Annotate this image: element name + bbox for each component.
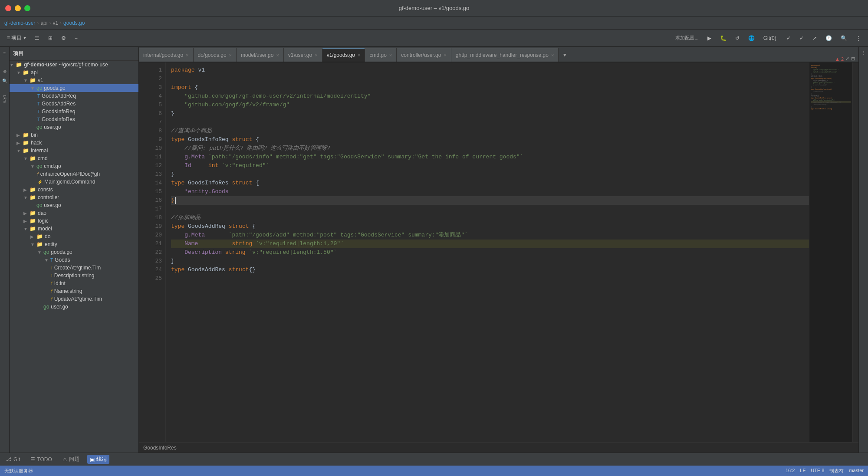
arrow-button[interactable]: ↗ <box>809 34 820 43</box>
tree-item-v1[interactable]: ▼ 📁 v1 <box>10 76 138 84</box>
tree-item-goods-struct[interactable]: ▼ T Goods <box>10 256 138 264</box>
tree-item-entity[interactable]: ▼ 📁 entity <box>10 240 138 248</box>
tree-item-id[interactable]: f Id:int <box>10 279 138 287</box>
collapse-icon[interactable]: ⊟ <box>851 56 855 62</box>
check1-button[interactable]: ✓ <box>783 34 794 43</box>
sidebar-icon-2[interactable]: ⊕ <box>0 67 9 76</box>
reload-button[interactable]: ↺ <box>732 34 743 43</box>
git-button[interactable]: Git(0): <box>760 34 781 43</box>
tab-do-goods[interactable]: do/goods.go × <box>194 48 237 62</box>
tab-internal-goods[interactable]: internal/goods.go × <box>139 48 194 62</box>
tree-item-dao[interactable]: ▶ 📁 dao <box>10 209 138 217</box>
tab-close-v1goods[interactable]: × <box>358 53 360 58</box>
tab-close-ghttp[interactable]: × <box>551 53 554 58</box>
tab-close-v1user[interactable]: × <box>315 53 317 58</box>
run-button[interactable]: ▶ <box>704 34 715 43</box>
tab-todo[interactable]: ☰ TODO <box>28 456 54 463</box>
tree-item-enhance[interactable]: f cnhanceOpenAPIDoc(*gh <box>10 170 138 178</box>
warning-indicator: ▲ 2 <box>835 56 844 62</box>
tree-item-api[interactable]: ▼ 📁 api <box>10 69 138 76</box>
add-config-button[interactable]: 添加配置... <box>672 33 702 43</box>
maximize-button[interactable] <box>24 5 30 11</box>
sidebar-icon-1[interactable]: ≡ <box>0 49 9 57</box>
tab-close-cmd[interactable]: × <box>389 53 392 58</box>
tab-model-user[interactable]: model/user.go × <box>237 48 284 62</box>
git-icon: ⎇ <box>6 456 12 462</box>
tree-item-goodsinforeq[interactable]: T GoodsInfoReq <box>10 108 138 115</box>
tree-item-cmd-go[interactable]: ▼ go cmd.go <box>10 162 138 170</box>
tab-controller-user[interactable]: controller/user.go × <box>397 48 451 62</box>
sidebar-icon-4[interactable]: Bkm <box>0 95 9 103</box>
tabs-bar: internal/goods.go × do/goods.go × model/… <box>139 47 858 62</box>
tab-close-internal[interactable]: × <box>186 53 188 58</box>
tree-item-hack[interactable]: ▶ 📁 hack <box>10 139 138 147</box>
git-branch[interactable]: master <box>849 468 864 474</box>
tree-item-internal[interactable]: ▼ 📁 internal <box>10 147 138 154</box>
tree-item-root[interactable]: ▼ 📁 gf-demo-user ~/go/src/gf-demo-use <box>10 61 138 69</box>
tree-item-goodsaddres[interactable]: T GoodsAddRes <box>10 100 138 108</box>
breadcrumb-item-api[interactable]: api <box>40 20 47 26</box>
tree-view-button[interactable]: ⊞ <box>45 34 56 43</box>
tree-item-createat[interactable]: f CreateAt:*gtime.Tim <box>10 264 138 272</box>
code-editor[interactable]: package v1 import { "github.com/gogf/gf-… <box>166 62 809 442</box>
clock-button[interactable]: 🕐 <box>822 34 835 43</box>
tab-close-do[interactable]: × <box>229 53 232 58</box>
tree-item-bin[interactable]: ▶ 📁 bin <box>10 131 138 139</box>
debug-button[interactable]: 🐛 <box>717 34 730 43</box>
tab-ghttp[interactable]: ghttp_middleware_handler_response.go × <box>451 48 559 62</box>
code-line-20: g.Meta `path:"/goods/add" method:"post" … <box>171 231 809 240</box>
browse-button[interactable]: 🌐 <box>745 34 758 43</box>
editor-content[interactable]: 12345 678910 1112131415 1617181920 21222… <box>139 62 858 442</box>
tree-item-model[interactable]: ▼ 📁 model <box>10 225 138 233</box>
file-tree-body[interactable]: ▼ 📁 gf-demo-user ~/go/src/gf-demo-use ▼ … <box>10 61 138 453</box>
tab-git[interactable]: ⎇ Git <box>3 456 23 463</box>
tree-item-consts[interactable]: ▶ 📁 consts <box>10 186 138 194</box>
code-line-7 <box>171 118 809 127</box>
tree-item-description[interactable]: f Description:string <box>10 272 138 279</box>
close-button[interactable] <box>5 5 11 11</box>
tabs-overflow-button[interactable]: ▾ <box>559 48 571 62</box>
tree-item-goodsinfores[interactable]: T GoodsInfoRes <box>10 115 138 123</box>
tree-item-logic[interactable]: ▶ 📁 logic <box>10 217 138 225</box>
tree-item-entity-goods[interactable]: ▼ go goods.go <box>10 248 138 256</box>
tab-close-model[interactable]: × <box>276 53 279 58</box>
tree-item-do[interactable]: ▶ 📁 do <box>10 233 138 240</box>
search-button[interactable]: 🔍 <box>837 34 851 43</box>
tree-item-updateat[interactable]: f UpdateAt:*gtime.Tim <box>10 295 138 303</box>
tree-item-controller[interactable]: ▼ 📁 controller <box>10 194 138 201</box>
settings-button[interactable]: ⚙ <box>58 34 69 43</box>
tab-v1-user[interactable]: v1\user.go × <box>284 48 322 62</box>
check2-button[interactable]: ✓ <box>796 34 807 43</box>
cursor-position[interactable]: 16:2 <box>786 468 795 474</box>
collapse-button[interactable]: − <box>71 34 81 43</box>
right-icon-1[interactable]: ⋮ <box>860 49 868 57</box>
tab-problems[interactable]: ⚠ 问题 <box>60 455 82 464</box>
tree-item-controller-user[interactable]: ▶ go user.go <box>10 201 138 209</box>
code-line-23: } <box>171 257 809 266</box>
tree-item-goods-go[interactable]: ▼ go goods.go <box>10 84 138 92</box>
code-line-24: type GoodsAddRes struct{} <box>171 266 809 274</box>
tab-terminal[interactable]: ▣ 线端 <box>87 455 109 464</box>
tab-cmd[interactable]: cmd.go × <box>365 48 397 62</box>
list-view-button[interactable]: ☰ <box>31 34 43 43</box>
minimize-button[interactable] <box>15 5 21 11</box>
expand-icon[interactable]: ⤢ <box>845 56 849 62</box>
tree-item-entity-user[interactable]: ▶ go user.go <box>10 303 138 311</box>
window-controls[interactable] <box>5 5 30 11</box>
breadcrumb-item-file[interactable]: goods.go <box>63 20 85 26</box>
tree-item-user-go-api[interactable]: ▶ go user.go <box>10 123 138 131</box>
tree-item-name[interactable]: f Name:string <box>10 287 138 295</box>
project-button[interactable]: ≡ 项目 ▾ <box>3 33 30 43</box>
tab-v1-goods[interactable]: v1/goods.go × <box>322 48 365 62</box>
breadcrumb-item-project[interactable]: gf-demo-user <box>4 20 35 26</box>
sidebar-icon-3[interactable]: 🔍 <box>0 76 9 85</box>
tree-item-goodsaddreq[interactable]: T GoodsAddReq <box>10 92 138 100</box>
tree-item-main[interactable]: ⚡ Main:gcmd.Command <box>10 178 138 186</box>
right-sidebar: ⋮ <box>858 47 868 453</box>
tab-close-controller[interactable]: × <box>444 53 446 58</box>
line-ending: LF <box>800 468 806 474</box>
vertical-scrollbar[interactable] <box>852 62 858 442</box>
tree-item-cmd-folder[interactable]: ▼ 📁 cmd <box>10 154 138 162</box>
breadcrumb-item-v1[interactable]: v1 <box>53 20 58 26</box>
more-button[interactable]: ⋮ <box>852 34 865 43</box>
